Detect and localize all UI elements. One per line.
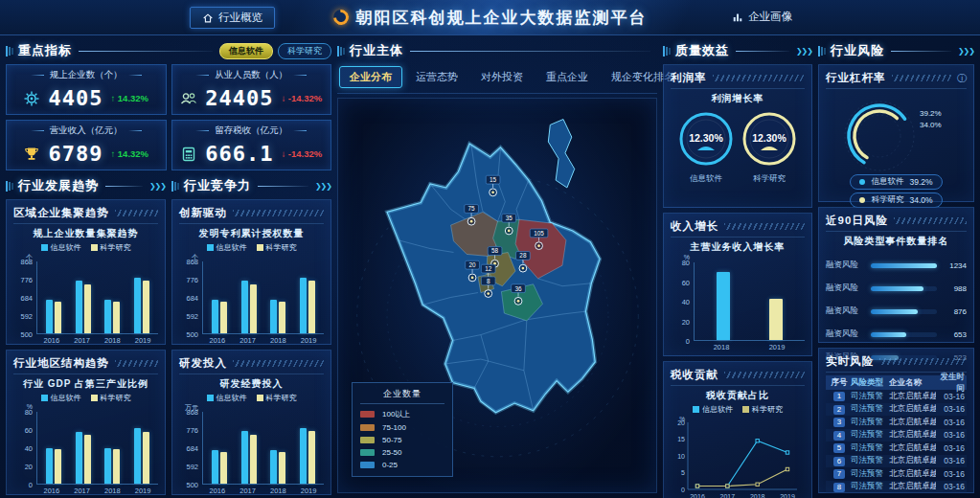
stat-card-label: 从业人员数（人）	[178, 69, 326, 81]
stat-card-2[interactable]: 营业收入（亿元）6789↑ 14.32%	[6, 120, 167, 170]
col-name-header: 企业名称	[889, 377, 936, 389]
chart-legend: 信息软件科学研究	[13, 393, 158, 403]
panel-innovation: 创新驱动 发明专利累计授权数量信息软件科学研究个8687766845925002…	[171, 199, 331, 345]
map-legend: 企业数量 100以上75-10050-7525-500-25	[352, 382, 453, 477]
cell-risk-type: 司法预警	[851, 481, 889, 492]
y-tick: 684	[186, 294, 198, 303]
risk-column: 行业风险 ❯❯❯ 行业杠杆率ⓘ 39.2% 34.0% 信息软件39.2%科学研…	[818, 40, 974, 493]
table-row-7[interactable]: 8司法预警北京启航卓越科技有限公司03-16	[826, 481, 967, 494]
stat-card-label: 规上企业数（个）	[12, 69, 160, 81]
section-risk: 行业风险 ❯❯❯	[818, 40, 974, 61]
nav-enterprise-portrait[interactable]: 企业画像	[726, 7, 798, 27]
svg-text:12: 12	[485, 265, 492, 272]
donut-gauge: 12.30%	[676, 109, 736, 169]
cell-time: 03-16	[936, 469, 965, 479]
section-key-metrics: 重点指标 信息软件科学研究	[6, 40, 331, 61]
table-row-1[interactable]: 2司法预警北京启航卓越科技有限公司03-16	[826, 403, 967, 417]
section-title: 质量效益	[675, 42, 729, 59]
y-tick: 0	[686, 337, 690, 346]
legend-swatch	[91, 244, 98, 251]
chart-rd-fund: 研发经费投入信息软件科学研究万元868776684592500201620172…	[179, 377, 324, 495]
stat-card-1[interactable]: 从业人员数（人）24405↓ -14.32%	[171, 64, 332, 115]
cell-risk-type: 司法预警	[851, 391, 889, 402]
cell-company-name: 北京启航卓越科技有限公司	[889, 417, 936, 428]
chart-plot-area	[202, 412, 324, 485]
table-row-4[interactable]: 5司法预警北京启航卓越科技有限公司03-16	[826, 441, 967, 455]
tab-2[interactable]: 对外投资	[471, 67, 533, 87]
risk-type-label: 融资风险	[826, 328, 866, 340]
tab-3[interactable]: 重点企业	[536, 67, 598, 87]
table-row-5[interactable]: 6司法预警北京启航卓越科技有限公司03-16	[826, 455, 967, 468]
chart-agglomeration: 规上企业数量集聚趋势信息软件科学研究个868776684592500201620…	[13, 227, 158, 345]
svg-text:12.30%: 12.30%	[752, 132, 786, 144]
risk-count: 653	[942, 330, 967, 339]
leverage-legend: 信息软件39.2%科学研究34.0%	[826, 174, 967, 208]
map-legend-item-4: 0-25	[360, 461, 444, 469]
seq-badge: 6	[833, 457, 845, 466]
legend-swatch	[742, 406, 749, 413]
y-tick: 500	[186, 330, 198, 339]
trophy-icon-wrap	[23, 146, 40, 163]
map-legend-rows: 100以上75-10050-7525-500-25	[360, 409, 444, 469]
gauge-label: 科学研究	[740, 173, 799, 185]
profit-gauges: 12.30%信息软件12.30%科学研究	[671, 109, 805, 185]
svg-text:36: 36	[514, 285, 522, 292]
stat-card-0[interactable]: 规上企业数（个）4405↑ 14.32%	[6, 64, 167, 115]
info-icon[interactable]: ⓘ	[957, 72, 967, 85]
bar	[308, 281, 315, 333]
more-chevrons-icon[interactable]: ❯❯❯	[958, 47, 974, 56]
table-row-6[interactable]: 7司法预警北京启航卓越科技有限公司03-16	[826, 467, 967, 481]
bar-group	[76, 412, 91, 484]
profit-gauge-0: 12.30%信息软件	[676, 109, 736, 185]
bar-group	[212, 261, 227, 333]
bar-group	[104, 261, 120, 333]
svg-text:5: 5	[681, 469, 685, 476]
more-chevrons-icon[interactable]: ❯❯❯	[149, 182, 166, 191]
nav-left-label: 行业概览	[218, 11, 262, 25]
tab-0[interactable]: 企业分布	[339, 66, 402, 88]
revenue-icon	[23, 146, 40, 163]
stat-card-3[interactable]: 留存税收（亿元）666.1↓ -14.32%	[171, 120, 332, 170]
legend-swatch	[91, 395, 98, 401]
metric-filter-1[interactable]: 科学研究	[278, 43, 331, 59]
cell-risk-type: 司法预警	[851, 455, 889, 466]
legend-label: 75-100	[382, 423, 406, 432]
panel-rd: 研发投入 研发经费投入信息软件科学研究万元8687766845925002016…	[171, 350, 331, 495]
svg-text:%: %	[679, 417, 685, 422]
more-chevrons-icon[interactable]: ❯❯❯	[315, 182, 331, 191]
stat-card-delta: ↑ 14.32%	[110, 148, 148, 159]
y-tick: 868	[20, 258, 33, 266]
nav-industry-overview[interactable]: 行业概览	[190, 7, 275, 29]
bar	[113, 449, 120, 484]
legend-item: 科学研究	[257, 393, 297, 403]
table-row-2[interactable]: 3司法预警北京启航卓越科技有限公司03-16	[826, 416, 967, 429]
bar	[241, 281, 248, 333]
bar	[134, 428, 141, 484]
section-line	[79, 51, 213, 52]
cell-company-name: 北京启航卓越科技有限公司	[889, 468, 936, 480]
bar-group	[134, 412, 149, 484]
stat-card-body: 24405↓ -14.32%	[178, 86, 326, 110]
section-competitiveness: 行业竞争力 ❯❯❯	[171, 175, 331, 196]
section-main-body: 行业主体	[337, 40, 657, 61]
svg-text:20: 20	[469, 261, 477, 268]
bar	[220, 302, 227, 333]
table-row-0[interactable]: 1司法预警北京启航卓越科技有限公司03-16	[826, 390, 967, 403]
tab-1[interactable]: 运营态势	[406, 67, 467, 87]
metric-filter-0[interactable]: 信息软件	[219, 43, 273, 59]
risk-type-label: 融资风险	[826, 283, 866, 294]
header: 行业概览 朝阳区科创规上企业大数据监测平台 企业画像	[0, 0, 980, 35]
cell-time: 03-16	[936, 392, 965, 401]
svg-text:12.30%: 12.30%	[689, 132, 723, 144]
risk-bar-fill	[871, 309, 918, 314]
map-legend-item-1: 75-100	[360, 423, 444, 432]
section-title: 行业风险	[831, 42, 884, 59]
y-tick: 868	[186, 408, 198, 417]
table-row-3[interactable]: 4司法预警北京启航卓越科技有限公司03-16	[826, 429, 967, 442]
employees-icon	[180, 90, 197, 107]
more-chevrons-icon[interactable]: ❯❯❯	[796, 47, 812, 56]
y-tick: 0	[29, 481, 33, 489]
chart-plot: 个868776684592500	[179, 261, 324, 334]
chart-income-growth: 主营业务收入增长率%80604020020182019	[671, 240, 805, 351]
home-icon	[202, 12, 214, 24]
